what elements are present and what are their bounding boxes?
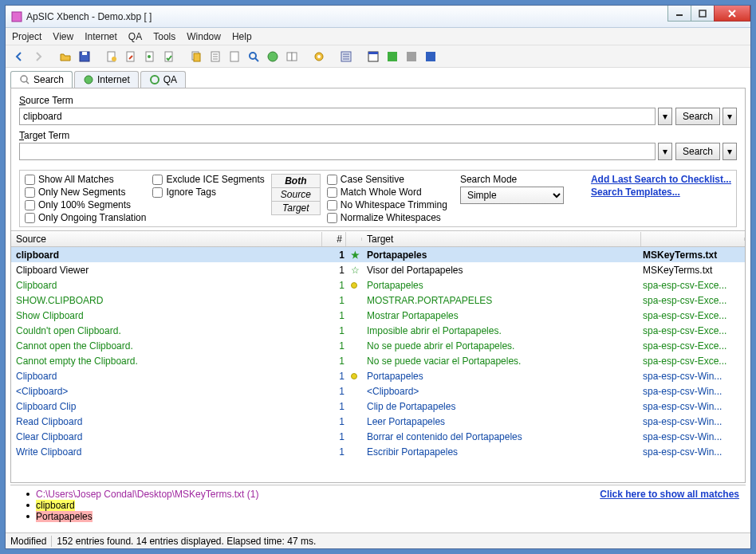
table-row[interactable]: Clipboard1Portapapelesspa-esp-csv-Win... bbox=[11, 368, 745, 383]
table-row[interactable]: Write Clipboard1Escribir Portapapelesspa… bbox=[11, 444, 745, 459]
table-row[interactable]: clipboard1★PortapapelesMSKeyTerms.txt bbox=[11, 247, 745, 262]
source-term-input[interactable] bbox=[19, 108, 656, 125]
svg-rect-34 bbox=[407, 52, 416, 61]
tool-gray-icon[interactable] bbox=[403, 48, 420, 65]
table-row[interactable]: <Clipboard>1<Clipboard>spa-esp-csv-Win..… bbox=[11, 383, 745, 399]
tab-search[interactable]: Search bbox=[10, 71, 73, 88]
tab-internet[interactable]: Internet bbox=[74, 71, 139, 88]
tool-pages-icon[interactable] bbox=[283, 48, 301, 65]
chk-only-new[interactable]: Only New Segments bbox=[25, 187, 146, 198]
target-dropdown-arrow[interactable]: ▾ bbox=[658, 143, 672, 160]
maximize-button[interactable] bbox=[691, 6, 715, 22]
cell-target: No se puede vaciar el Portapapeles. bbox=[364, 356, 640, 367]
grid-body: clipboard1★PortapapelesMSKeyTerms.txtCli… bbox=[11, 247, 745, 459]
table-row[interactable]: Clear Clipboard1Borrar el contenido del … bbox=[11, 429, 745, 444]
chk-no-ws-trim[interactable]: No Whitespace Trimming bbox=[327, 199, 447, 210]
tool-blue-icon[interactable] bbox=[422, 48, 439, 65]
chk-whole-word[interactable]: Match Whole Word bbox=[327, 187, 447, 198]
svg-rect-6 bbox=[82, 52, 87, 55]
mode-both[interactable]: Both bbox=[272, 174, 320, 188]
mode-target[interactable]: Target bbox=[272, 202, 320, 215]
link-show-all-matches[interactable]: Click here to show all matches bbox=[600, 489, 739, 500]
cell-target: Imposible abrir el Portapapeles. bbox=[364, 325, 640, 336]
cell-num: 1 bbox=[324, 249, 348, 261]
menu-internet[interactable]: Internet bbox=[85, 31, 117, 42]
menu-view[interactable]: View bbox=[53, 31, 73, 42]
tool-forward-icon[interactable] bbox=[30, 48, 47, 65]
tool-page-icon[interactable] bbox=[226, 48, 243, 65]
tool-save-icon[interactable] bbox=[76, 48, 93, 65]
source-search-button[interactable]: Search bbox=[675, 108, 720, 125]
chk-only-100[interactable]: Only 100% Segments bbox=[25, 199, 146, 210]
tool-green-icon[interactable] bbox=[384, 48, 401, 65]
menu-window[interactable]: Window bbox=[187, 31, 221, 42]
tool-gear-icon[interactable] bbox=[310, 48, 328, 65]
detail-panel: C:\Users\Josep Condal\Desktop\MSKeyTerms… bbox=[10, 485, 746, 532]
tool-list-icon[interactable] bbox=[207, 48, 224, 65]
tool-doc3-icon[interactable] bbox=[141, 48, 159, 65]
link-search-templates[interactable]: Search Templates... bbox=[591, 187, 731, 198]
cell-source: <Clipboard> bbox=[13, 386, 324, 397]
cell-file: spa-esp-csv-Exce... bbox=[640, 325, 743, 336]
mode-source[interactable]: Source bbox=[272, 188, 320, 202]
table-row[interactable]: Clipboard Viewer1☆Visor del Portapapeles… bbox=[11, 262, 745, 277]
bullet-icon bbox=[26, 493, 30, 496]
app-icon bbox=[10, 10, 23, 23]
svg-rect-19 bbox=[230, 52, 238, 61]
cell-num: 1 bbox=[324, 401, 348, 412]
table-row[interactable]: Read Clipboard1Leer Portapapelesspa-esp-… bbox=[11, 414, 745, 429]
target-term-input[interactable] bbox=[19, 143, 656, 160]
tool-doc4-icon[interactable] bbox=[160, 48, 178, 65]
chk-show-all[interactable]: Show All Matches bbox=[25, 174, 146, 185]
tool-doc1-icon[interactable] bbox=[103, 48, 120, 65]
chk-ignore-tags[interactable]: Ignore Tags bbox=[152, 187, 264, 198]
table-row[interactable]: Cannot open the Clipboard.1No se puede a… bbox=[11, 338, 745, 353]
search-mode-select[interactable]: Simple bbox=[460, 187, 564, 204]
titlebar[interactable]: ApSIC Xbench - Demo.xbp [ ] bbox=[6, 6, 750, 28]
tool-copy-icon[interactable] bbox=[187, 48, 205, 65]
close-button[interactable] bbox=[714, 6, 750, 22]
target-search-button[interactable]: Search bbox=[675, 143, 720, 160]
table-row[interactable]: Clipboard Clip1Clip de Portapapelesspa-e… bbox=[11, 399, 745, 414]
chk-normalize-ws[interactable]: Normalize Whitespaces bbox=[327, 212, 447, 223]
chk-case-sensitive[interactable]: Case Sensitive bbox=[327, 174, 447, 185]
options-col-3: Case Sensitive Match Whole Word No White… bbox=[327, 174, 447, 223]
cell-target: Portapapeles bbox=[364, 280, 640, 291]
tool-globe-icon[interactable] bbox=[264, 48, 282, 65]
header-target[interactable]: Target bbox=[362, 232, 641, 246]
header-source[interactable]: Source bbox=[11, 232, 322, 246]
tool-doc2-icon[interactable] bbox=[122, 48, 140, 65]
header-num[interactable]: # bbox=[322, 232, 346, 246]
source-search-dropdown[interactable]: ▾ bbox=[723, 108, 737, 125]
tab-label: Internet bbox=[97, 74, 130, 85]
cell-target: Mostrar Portapapeles bbox=[364, 310, 640, 321]
search-icon bbox=[19, 74, 30, 85]
cell-source: Read Clipboard bbox=[13, 416, 324, 427]
tool-search-icon[interactable] bbox=[245, 48, 262, 65]
header-icon[interactable] bbox=[346, 238, 362, 241]
chk-exclude-ice[interactable]: Exclude ICE Segments bbox=[152, 174, 264, 185]
chk-only-ongoing[interactable]: Only Ongoing Translation bbox=[25, 212, 146, 223]
tool-back-icon[interactable] bbox=[10, 48, 28, 65]
table-row[interactable]: Show Clipboard1Mostrar Portapapelesspa-e… bbox=[11, 308, 745, 323]
tool-window1-icon[interactable] bbox=[364, 48, 382, 65]
target-search-dropdown[interactable]: ▾ bbox=[723, 143, 737, 160]
cell-num: 1 bbox=[324, 431, 348, 442]
menu-qa[interactable]: QA bbox=[128, 31, 142, 42]
table-row[interactable]: Cannot empty the Clipboard.1No se puede … bbox=[11, 353, 745, 368]
tool-form-icon[interactable] bbox=[337, 48, 355, 65]
table-row[interactable]: Clipboard1Portapapelesspa-esp-csv-Exce..… bbox=[11, 277, 745, 293]
menu-tools[interactable]: Tools bbox=[153, 31, 175, 42]
source-dropdown-arrow[interactable]: ▾ bbox=[658, 108, 672, 125]
menu-project[interactable]: Project bbox=[12, 31, 41, 42]
tab-label: QA bbox=[163, 74, 177, 85]
minimize-button[interactable] bbox=[667, 6, 691, 22]
menu-help[interactable]: Help bbox=[232, 31, 252, 42]
header-file[interactable] bbox=[641, 238, 745, 241]
table-row[interactable]: Couldn't open Clipboard.1Imposible abrir… bbox=[11, 323, 745, 338]
table-row[interactable]: SHOW.CLIPBOARD1MOSTRAR.PORTAPAPELESspa-e… bbox=[11, 293, 745, 308]
tab-qa[interactable]: QA bbox=[140, 71, 186, 88]
target-term-label: Target Term bbox=[19, 130, 737, 141]
link-add-checklist[interactable]: Add Last Search to Checklist... bbox=[591, 174, 731, 185]
tool-open-icon[interactable] bbox=[57, 48, 74, 65]
